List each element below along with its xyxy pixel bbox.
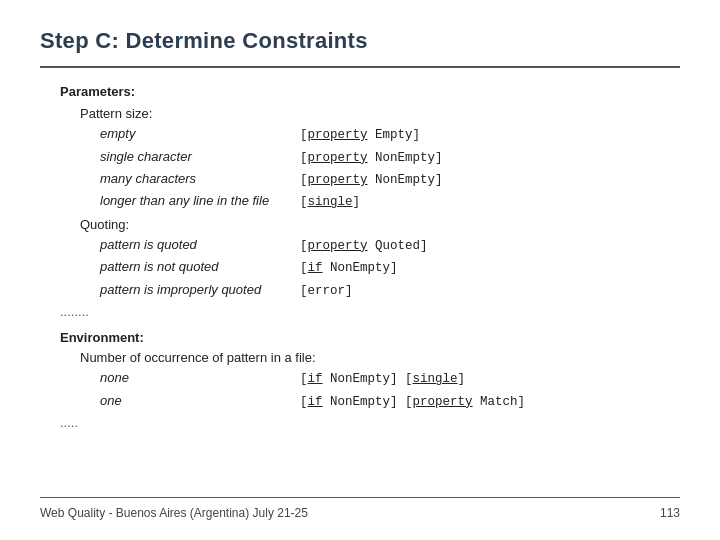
term-single-char: single character (100, 147, 300, 167)
page-title: Step C: Determine Constraints (40, 28, 680, 54)
value-none: [if NonEmpty] [single] (300, 370, 465, 389)
footer: Web Quality - Buenos Aires (Argentina) J… (40, 497, 680, 520)
content-area: Parameters: Pattern size: empty [propert… (40, 82, 680, 497)
value-improperly-quoted: [error] (300, 282, 353, 301)
term-one: one (100, 391, 300, 411)
value-empty: [property Empty] (300, 126, 420, 145)
pattern-size-rows: empty [property Empty] single character … (80, 124, 680, 213)
table-row: longer than any line in the file [single… (100, 191, 680, 212)
table-row: pattern is quoted [property Quoted] (100, 235, 680, 256)
term-many-chars: many characters (100, 169, 300, 189)
term-quoted: pattern is quoted (100, 235, 300, 255)
environment-label: Environment: (60, 330, 144, 345)
footer-left: Web Quality - Buenos Aires (Argentina) J… (40, 506, 308, 520)
parameters-label: Parameters: (60, 82, 680, 102)
quoting-label: Quoting: (80, 215, 680, 235)
table-row: none [if NonEmpty] [single] (100, 368, 680, 389)
table-row: single character [property NonEmpty] (100, 147, 680, 168)
term-empty: empty (100, 124, 300, 144)
occurrence-label: Number of occurrence of pattern in a fil… (80, 348, 680, 368)
quoting-section: Quoting: pattern is quoted [property Quo… (60, 215, 680, 301)
term-longer: longer than any line in the file (100, 191, 300, 211)
value-quoted: [property Quoted] (300, 237, 428, 256)
page: Step C: Determine Constraints Parameters… (0, 0, 720, 540)
value-one: [if NonEmpty] [property Match] (300, 393, 525, 412)
term-improperly-quoted: pattern is improperly quoted (100, 280, 300, 300)
top-divider (40, 66, 680, 68)
environment-dots: ..... (60, 413, 680, 433)
value-many-chars: [property NonEmpty] (300, 171, 443, 190)
table-row: pattern is not quoted [if NonEmpty] (100, 257, 680, 278)
table-row: pattern is improperly quoted [error] (100, 280, 680, 301)
occurrence-section: Number of occurrence of pattern in a fil… (60, 348, 680, 412)
occurrence-rows: none [if NonEmpty] [single] one [if NonE… (80, 368, 680, 412)
value-longer: [single] (300, 193, 360, 212)
table-row: empty [property Empty] (100, 124, 680, 145)
term-none: none (100, 368, 300, 388)
table-row: one [if NonEmpty] [property Match] (100, 391, 680, 412)
value-not-quoted: [if NonEmpty] (300, 259, 398, 278)
term-not-quoted: pattern is not quoted (100, 257, 300, 277)
quoting-rows: pattern is quoted [property Quoted] patt… (80, 235, 680, 301)
footer-right: 113 (660, 506, 680, 520)
parameters-dots: ........ (60, 302, 680, 322)
parameters-section: Parameters: Pattern size: empty [propert… (40, 82, 680, 322)
pattern-size-label: Pattern size: (80, 104, 680, 124)
environment-section: Environment: Number of occurrence of pat… (40, 328, 680, 433)
table-row: many characters [property NonEmpty] (100, 169, 680, 190)
value-single-char: [property NonEmpty] (300, 149, 443, 168)
pattern-size-section: Pattern size: empty [property Empty] sin… (60, 104, 680, 213)
